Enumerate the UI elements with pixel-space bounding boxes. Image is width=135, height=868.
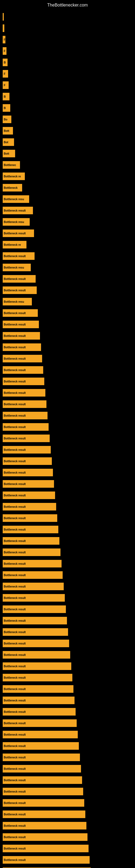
bar-row: Bottleneck result: [3, 638, 132, 649]
bar-label: Bottleneck result: [4, 631, 26, 633]
bar-label: B: [4, 61, 6, 64]
bar-row: Bot: [3, 137, 132, 147]
bar-row: Bottleneck result: [3, 513, 132, 523]
bar-row: F: [3, 69, 132, 79]
bar-row: Bottleneck result: [3, 616, 132, 626]
bar-row: Bott: [3, 148, 132, 159]
bar-label: Bottleneck result: [4, 653, 26, 656]
bar-row: Bottleneck result: [3, 536, 132, 546]
bar-row: Bottleneck result: [3, 228, 132, 239]
bar: Bottleneck result: [3, 355, 42, 362]
bar: Bottleneck result: [3, 731, 78, 738]
bar-label: Bottleneck result: [4, 369, 26, 372]
bar-label: Bottleneck result: [4, 312, 26, 315]
bar-row: Bottleneck result: [3, 695, 132, 706]
bar: Bottleneck result: [3, 286, 37, 294]
bar: Bottleneck result: [3, 594, 65, 601]
bar-row: Bottleneck result: [3, 456, 132, 466]
bar-label: Bottleneck re: [4, 175, 21, 178]
bar: Bottleneck result: [3, 389, 45, 397]
bar-label: Bottleneck result: [4, 448, 26, 452]
bar-label: Bottleneck result: [4, 426, 26, 429]
bar-row: Bottleneck result: [3, 570, 132, 580]
bar: Bottleneck result: [3, 332, 40, 340]
bar-row: Bottleneck result: [3, 558, 132, 569]
bar-label: B: [4, 95, 6, 98]
bar: Bottleneck result: [3, 810, 85, 818]
bar-label: Bott: [4, 129, 9, 132]
bar-row: [3, 12, 132, 22]
bar-label: Bottleneck result: [4, 688, 26, 691]
bar-row: Bottleneck result: [3, 467, 132, 478]
bar-label: Bottleneck result: [4, 790, 26, 793]
bar-label: Bottleneck result: [4, 414, 26, 417]
bar-row: Bottleneck result: [3, 661, 132, 671]
bar-row: Bottleneck result: [3, 673, 132, 683]
bar-row: Bottleneck result: [3, 433, 132, 443]
bar-label: Bottleneck result: [4, 802, 26, 805]
bar-row: Bottleneck: [3, 183, 132, 193]
bar-row: Bottleneck result: [3, 524, 132, 535]
bar-row: Bottleneck resu: [3, 217, 132, 227]
bar-row: Bottleneck result: [3, 308, 132, 318]
bar-label: Bottleneck result: [4, 278, 26, 280]
bar-row: Bottleneck result: [3, 365, 132, 375]
bar-row: Bottleneck re: [3, 240, 132, 250]
bar: [3, 13, 4, 21]
bar-label: Bottleneck result: [4, 209, 26, 212]
bar: B: [3, 93, 9, 100]
bar: Bottleneck result: [3, 446, 51, 454]
bar: Bottleneck: [3, 184, 22, 191]
bar: Bottleneck re: [3, 173, 25, 180]
bar-label: Bottleneck result: [4, 357, 26, 360]
bar: F: [3, 47, 6, 55]
bar: Bottleneck result: [3, 685, 74, 693]
bar-label: Bottleneck result: [4, 483, 26, 486]
bar: Bottleneck result: [3, 514, 57, 522]
bar: F: [3, 82, 9, 89]
bar: Bottleneck result: [3, 742, 79, 750]
bar: Bottleneck resu: [3, 298, 32, 305]
bar-row: F: [3, 46, 132, 56]
bar-label: Bottleneck result: [4, 255, 26, 258]
bar: Bottleneck result: [3, 229, 34, 237]
bar-label: Bottleneck result: [4, 710, 26, 713]
bar: Bottleneck result: [3, 537, 59, 545]
bar-label: Bottleneck result: [4, 335, 26, 337]
bar-row: Bottleneck result: [3, 786, 132, 797]
bar-row: Bottleneck result: [3, 650, 132, 660]
bar: Bottleneck result: [3, 617, 67, 624]
bar: Bottleneck result: [3, 309, 38, 317]
bar-label: Bottleneck result: [4, 859, 26, 862]
bar: Bo: [3, 116, 11, 123]
bar: Bottleneck result: [3, 799, 84, 807]
bar-label: Bottleneck result: [4, 722, 26, 725]
bar-label: Bottleneck resu: [4, 198, 24, 201]
bar-row: Bottleneck result: [3, 798, 132, 808]
bar-label: Bottleneck resu: [4, 266, 24, 269]
bar: Bottleneck resu: [3, 264, 31, 271]
bar: Bottleneck result: [3, 549, 60, 556]
bar-row: [3, 23, 132, 33]
bar-row: Bottleneck result: [3, 274, 132, 284]
bar: Bottleneck result: [3, 845, 89, 852]
bar-label: Bottleneck result: [4, 505, 26, 508]
bar-row: Bottleneck result: [3, 490, 132, 500]
bar-row: Bottleneck result: [3, 205, 132, 216]
bar: Bottleneck result: [3, 400, 46, 408]
bar-row: Bottlenec: [3, 160, 132, 170]
bar-row: Bottleneck result: [3, 707, 132, 717]
bar-row: F: [3, 34, 132, 45]
bar-label: Bottleneck result: [4, 562, 26, 565]
bar: F: [3, 70, 8, 78]
bar: Bottleneck result: [3, 856, 90, 864]
bar-label: F: [4, 50, 5, 53]
bar: Bottleneck result: [3, 275, 36, 283]
bar: Bottleneck result: [3, 423, 49, 431]
bar-row: Bottleneck result: [3, 444, 132, 455]
bar: F: [3, 36, 5, 43]
bar-row: Bottleneck result: [3, 593, 132, 603]
bar-label: Bottleneck result: [4, 289, 26, 292]
bar: Bottleneck result: [3, 412, 48, 420]
bar: Bottleneck result: [3, 207, 33, 214]
